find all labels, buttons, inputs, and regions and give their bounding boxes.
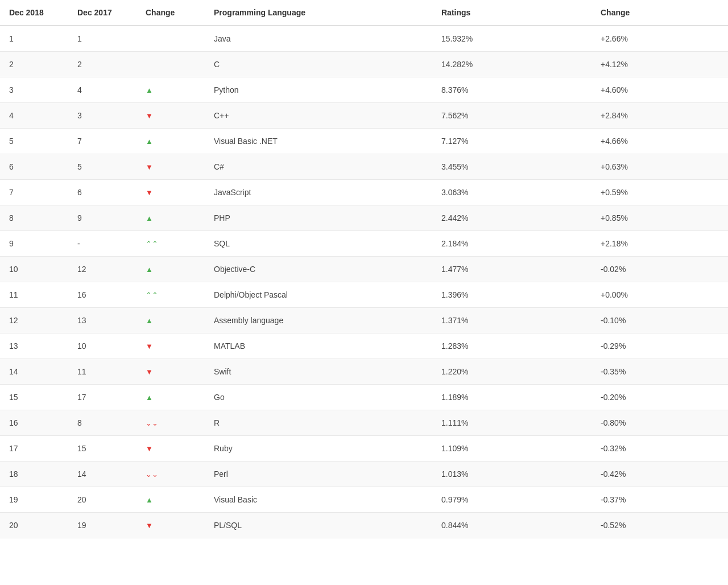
cell-language: PL/SQL <box>205 513 432 538</box>
cell-dec2018: 11 <box>0 282 68 308</box>
cell-ratings: 1.109% <box>432 436 592 462</box>
cell-language: Go <box>205 385 432 410</box>
cell-ratings: 14.282% <box>432 52 592 77</box>
table-row: 4 3 ▼ C++ 7.562% +2.84% <box>0 103 728 129</box>
arrow-up-icon: ▲ <box>146 86 153 94</box>
cell-ratings: 1.189% <box>432 385 592 410</box>
cell-change-value: -0.52% <box>592 513 728 538</box>
header-ratings: Ratings <box>432 0 592 26</box>
cell-dec2017: 8 <box>68 410 136 436</box>
cell-change-arrow: ⌄⌄ <box>136 410 205 436</box>
cell-change-value: -0.02% <box>592 257 728 282</box>
cell-language: SQL <box>205 231 432 257</box>
arrow-up-icon: ▲ <box>146 265 153 274</box>
cell-change-value: +0.85% <box>592 205 728 231</box>
cell-dec2018: 14 <box>0 359 68 385</box>
arrow-down-icon: ▼ <box>146 188 153 197</box>
arrow-down-icon: ▼ <box>146 368 153 376</box>
arrow-down-icon: ▼ <box>146 112 153 120</box>
cell-change-arrow: ▲ <box>136 129 205 154</box>
cell-dec2018: 5 <box>0 129 68 154</box>
cell-change-value: -0.29% <box>592 333 728 359</box>
cell-language: R <box>205 410 432 436</box>
double-arrow-up-icon: ⌃⌃ <box>146 291 158 299</box>
cell-dec2017: 12 <box>68 257 136 282</box>
cell-dec2018: 7 <box>0 180 68 205</box>
cell-language: Objective-C <box>205 257 432 282</box>
cell-dec2017: 15 <box>68 436 136 462</box>
arrow-up-icon: ▲ <box>146 316 153 325</box>
cell-dec2017: 13 <box>68 308 136 333</box>
cell-change-arrow: ▲ <box>136 257 205 282</box>
cell-dec2018: 2 <box>0 52 68 77</box>
cell-change-value: +4.66% <box>592 129 728 154</box>
cell-language: Visual Basic <box>205 487 432 513</box>
cell-dec2017: 11 <box>68 359 136 385</box>
table-row: 16 8 ⌄⌄ R 1.111% -0.80% <box>0 410 728 436</box>
cell-ratings: 8.376% <box>432 77 592 103</box>
cell-dec2017: 19 <box>68 513 136 538</box>
cell-change-arrow: ▼ <box>136 513 205 538</box>
cell-change-arrow: ▼ <box>136 180 205 205</box>
cell-language: MATLAB <box>205 333 432 359</box>
cell-ratings: 7.127% <box>432 129 592 154</box>
header-dec2017: Dec 2017 <box>68 0 136 26</box>
cell-dec2018: 19 <box>0 487 68 513</box>
cell-change-value: +0.63% <box>592 154 728 180</box>
table-row: 5 7 ▲ Visual Basic .NET 7.127% +4.66% <box>0 129 728 154</box>
cell-ratings: 2.442% <box>432 205 592 231</box>
cell-language: Python <box>205 77 432 103</box>
cell-language: PHP <box>205 205 432 231</box>
cell-language: C# <box>205 154 432 180</box>
cell-dec2018: 1 <box>0 26 68 52</box>
cell-language: Java <box>205 26 432 52</box>
arrow-up-icon: ▲ <box>146 393 153 402</box>
cell-change-value: -0.32% <box>592 436 728 462</box>
cell-change-arrow: ▼ <box>136 103 205 129</box>
cell-ratings: 3.455% <box>432 154 592 180</box>
arrow-down-icon: ▼ <box>146 342 153 351</box>
cell-ratings: 1.220% <box>432 359 592 385</box>
cell-dec2017: 2 <box>68 52 136 77</box>
cell-ratings: 7.562% <box>432 103 592 129</box>
table-row: 12 13 ▲ Assembly language 1.371% -0.10% <box>0 308 728 333</box>
cell-change-value: +4.60% <box>592 77 728 103</box>
cell-change-value: +2.84% <box>592 103 728 129</box>
cell-dec2017: 16 <box>68 282 136 308</box>
header-change2: Change <box>592 0 728 26</box>
cell-change-arrow <box>136 26 205 52</box>
cell-change-arrow: ▲ <box>136 385 205 410</box>
cell-language: Ruby <box>205 436 432 462</box>
cell-change-value: -0.20% <box>592 385 728 410</box>
table-row: 1 1 Java 15.932% +2.66% <box>0 26 728 52</box>
cell-change-value: -0.42% <box>592 462 728 487</box>
table-row: 2 2 C 14.282% +4.12% <box>0 52 728 77</box>
cell-dec2018: 9 <box>0 231 68 257</box>
cell-dec2017: 17 <box>68 385 136 410</box>
cell-language: JavaScript <box>205 180 432 205</box>
cell-change-value: +4.12% <box>592 52 728 77</box>
cell-language: Visual Basic .NET <box>205 129 432 154</box>
cell-dec2017: 9 <box>68 205 136 231</box>
cell-dec2017: 3 <box>68 103 136 129</box>
cell-ratings: 1.396% <box>432 282 592 308</box>
table-row: 14 11 ▼ Swift 1.220% -0.35% <box>0 359 728 385</box>
cell-change-arrow: ▲ <box>136 487 205 513</box>
table-row: 7 6 ▼ JavaScript 3.063% +0.59% <box>0 180 728 205</box>
cell-ratings: 1.477% <box>432 257 592 282</box>
table-row: 17 15 ▼ Ruby 1.109% -0.32% <box>0 436 728 462</box>
header-change: Change <box>136 0 205 26</box>
cell-dec2017: 10 <box>68 333 136 359</box>
cell-dec2018: 18 <box>0 462 68 487</box>
arrow-down-icon: ▼ <box>146 163 153 171</box>
arrow-down-icon: ▼ <box>146 444 153 453</box>
header-dec2018: Dec 2018 <box>0 0 68 26</box>
cell-dec2018: 15 <box>0 385 68 410</box>
table-row: 13 10 ▼ MATLAB 1.283% -0.29% <box>0 333 728 359</box>
table-row: 19 20 ▲ Visual Basic 0.979% -0.37% <box>0 487 728 513</box>
cell-dec2018: 4 <box>0 103 68 129</box>
cell-ratings: 0.844% <box>432 513 592 538</box>
cell-dec2017: 7 <box>68 129 136 154</box>
table-row: 3 4 ▲ Python 8.376% +4.60% <box>0 77 728 103</box>
cell-dec2017: 4 <box>68 77 136 103</box>
